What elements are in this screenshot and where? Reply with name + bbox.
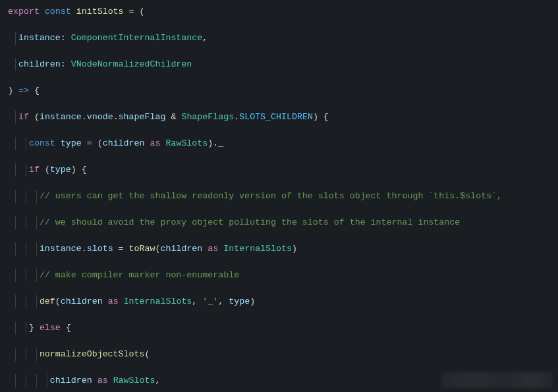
- code-line: } else {: [8, 322, 550, 335]
- code-line: const type = (children as RawSlots)._: [8, 137, 550, 150]
- code-line: children: VNodeNormalizedChildren: [8, 58, 550, 71]
- comment: // we should avoid the proxy object poll…: [40, 217, 460, 227]
- code-line: instance: ComponentInternalInstance,: [8, 32, 550, 45]
- code-line: // we should avoid the proxy object poll…: [8, 216, 550, 229]
- code-line: if (instance.vnode.shapeFlag & ShapeFlag…: [8, 111, 550, 124]
- comment: // make compiler marker non-enumerable: [40, 270, 239, 280]
- fn-initSlots: initSlots: [76, 7, 124, 16]
- code-line: // users can get the shallow readonly ve…: [8, 190, 550, 203]
- code-line: ) => {: [8, 84, 550, 98]
- code-line: // make compiler marker non-enumerable: [8, 269, 550, 282]
- code-line: if (type) {: [8, 163, 550, 177]
- watermark-blur: [441, 372, 553, 388]
- code-line: export const initSlots = (: [8, 5, 550, 18]
- code-line: normalizeObjectSlots(: [8, 348, 550, 361]
- code-line: instance.slots = toRaw(children as Inter…: [8, 242, 550, 256]
- code-line: def(children as InternalSlots, '_', type…: [8, 295, 550, 308]
- comment: // users can get the shallow readonly ve…: [40, 191, 502, 201]
- code-editor[interactable]: export const initSlots = ( instance: Com…: [0, 0, 558, 392]
